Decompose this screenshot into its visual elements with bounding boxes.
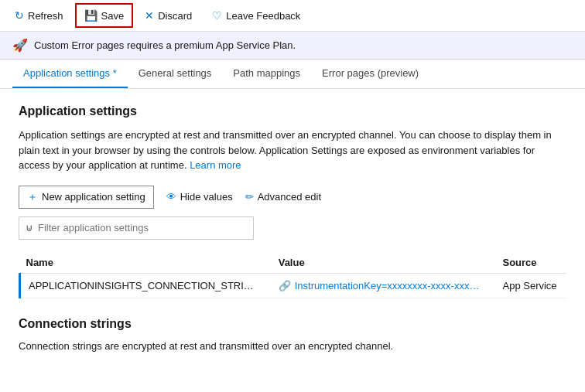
main-content: Application settings Application setting…: [0, 89, 585, 367]
connection-strings-description: Connection strings are encrypted at rest…: [19, 340, 566, 352]
leave-feedback-button[interactable]: ♡ Leave Feedback: [204, 3, 309, 28]
tab-bar: Application settings * General settings …: [0, 60, 585, 89]
hide-values-button[interactable]: 👁 Hide values: [166, 187, 233, 206]
filter-input-container[interactable]: ⊍: [19, 216, 254, 240]
table-row[interactable]: APPLICATIONINSIGHTS_CONNECTION_STRI…🔗Ins…: [20, 273, 567, 298]
toolbar: ↻ Refresh 💾 Save ✕ Discard ♡ Leave Feedb…: [0, 0, 585, 32]
plus-icon: ＋: [27, 190, 38, 204]
new-application-setting-button[interactable]: ＋ New application setting: [19, 186, 154, 209]
action-bar: ＋ New application setting 👁 Hide values …: [19, 186, 566, 209]
table-header-row: Name Value Source: [20, 252, 567, 274]
refresh-button[interactable]: ↻ Refresh: [6, 3, 72, 28]
application-settings-table: Name Value Source APPLICATIONINSIGHTS_CO…: [19, 252, 566, 298]
discard-icon: ✕: [145, 9, 154, 22]
setting-source: App Service: [497, 273, 567, 298]
filter-application-settings-input[interactable]: [38, 222, 247, 233]
discard-button[interactable]: ✕ Discard: [136, 3, 200, 28]
tab-application-settings[interactable]: Application settings *: [12, 60, 128, 88]
value-text: InstrumentationKey=xxxxxxxx-xxxx-xxx…: [295, 280, 480, 291]
tab-path-mappings[interactable]: Path mappings: [222, 60, 311, 88]
eye-icon: 👁: [166, 191, 176, 203]
connection-strings-title: Connection strings: [19, 317, 566, 331]
save-icon: 💾: [84, 9, 98, 22]
info-banner: 🚀 Custom Error pages requires a premium …: [0, 32, 585, 60]
edit-icon: ✏: [245, 191, 254, 203]
tab-error-pages[interactable]: Error pages (preview): [311, 60, 429, 88]
tab-general-settings[interactable]: General settings: [128, 60, 223, 88]
filter-wrapper: ⊍: [19, 216, 566, 240]
refresh-icon: ↻: [15, 9, 24, 22]
filter-icon: ⊍: [26, 222, 33, 233]
page-title: Application settings: [19, 104, 566, 118]
save-button[interactable]: 💾 Save: [75, 3, 134, 28]
feedback-icon: ♡: [212, 9, 222, 22]
rocket-icon: 🚀: [12, 38, 28, 53]
setting-name: APPLICATIONINSIGHTS_CONNECTION_STRI…: [20, 273, 272, 298]
column-name: Name: [20, 252, 272, 274]
link-icon: 🔗: [279, 280, 291, 291]
advanced-edit-button[interactable]: ✏ Advanced edit: [245, 187, 321, 206]
column-value: Value: [272, 252, 497, 274]
learn-more-link[interactable]: Learn more: [190, 159, 241, 171]
column-source: Source: [497, 252, 567, 274]
connection-strings-section: Connection strings Connection strings ar…: [19, 317, 566, 352]
setting-value: 🔗InstrumentationKey=xxxxxxxx-xxxx-xxx…: [272, 273, 497, 298]
description-text: Application settings are encrypted at re…: [19, 128, 560, 173]
